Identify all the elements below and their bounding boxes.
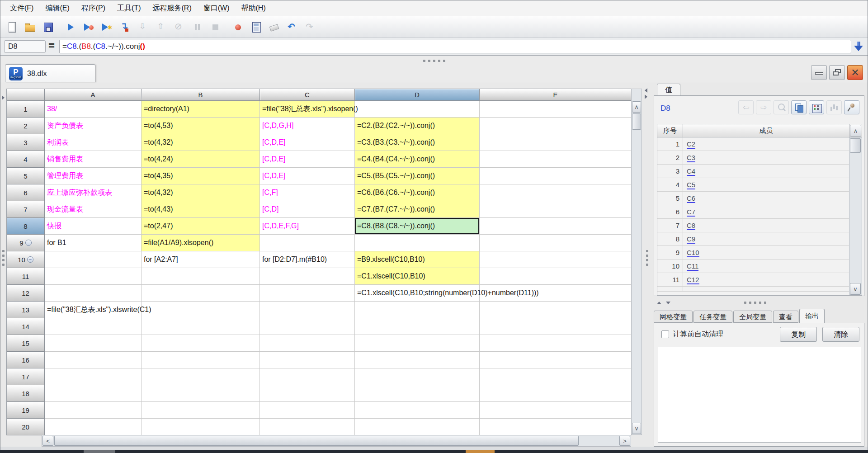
row-header-12[interactable]: 12 [7,285,45,302]
cell-D8[interactable]: =C8.(B8.(C8.~/~)).conj() [355,218,480,235]
cell-B6[interactable]: =to(4,32) [142,184,260,201]
formula-input[interactable]: =C8.(B8.(C8.~/~)).conj() [59,40,851,53]
cell-D4[interactable]: =C4.(B4.(C4.~/~)).conj() [355,151,480,168]
cell-A17[interactable] [45,368,142,385]
row-header-3[interactable]: 3 [7,134,45,151]
cell-D15[interactable] [355,335,480,352]
tab-value[interactable]: 值 [657,84,680,96]
cell-D11[interactable]: =C1.xlscell(C10,B10) [355,268,480,285]
copy2-button[interactable] [791,100,807,114]
tab-任务变量[interactable]: 任务变量 [693,311,732,323]
cell-E17[interactable] [480,368,632,385]
cell-E14[interactable] [480,318,632,335]
cell-E2[interactable] [480,118,632,134]
member-link[interactable]: C4 [687,167,695,176]
cell-A19[interactable] [45,402,142,419]
menu-item-6[interactable]: 窗口(W) [198,2,236,15]
cell-A7[interactable]: 现金流量表 [45,201,142,218]
member-link[interactable]: C6 [687,194,695,203]
cell-B4[interactable]: =to(4,24) [142,151,260,168]
column-header-C[interactable]: C [260,89,355,101]
row-header-13[interactable]: 13 [7,302,45,318]
cell-D18[interactable] [355,385,480,402]
cell-C20[interactable] [260,419,355,435]
member-link[interactable]: C7 [687,208,695,217]
options-list-button[interactable] [809,100,824,114]
cell-B1[interactable]: =directory(A1) [142,101,260,118]
cell-E4[interactable] [480,151,632,168]
cell-B15[interactable] [142,335,260,352]
cell-E16[interactable] [480,352,632,368]
menu-item-4[interactable]: 工具(T) [111,2,146,15]
member-link[interactable]: C11 [687,262,698,271]
cell-C16[interactable] [260,352,355,368]
cell-C5[interactable]: [C,D,E] [260,168,355,184]
cell-C19[interactable] [260,402,355,419]
cell-C2[interactable]: [C,D,G,H] [260,118,355,134]
cell-reference-box[interactable]: D8 [4,40,46,53]
cell-B12[interactable] [142,285,260,302]
cell-C6[interactable]: [C,F] [260,184,355,201]
cell-A10[interactable] [45,251,142,268]
scroll-right-button[interactable]: > [619,436,630,446]
cell-B13[interactable] [142,302,260,318]
row-header-20[interactable]: 20 [7,419,45,435]
horizontal-splitter-handle[interactable] [0,58,868,63]
cell-B11[interactable] [142,268,260,285]
panel-splitter[interactable] [642,83,654,447]
cell-B19[interactable] [142,402,260,419]
panel-collapse-up-button[interactable] [656,301,662,306]
member-link[interactable]: C9 [687,235,695,244]
row-header-4[interactable]: 4 [7,151,45,168]
document-tab[interactable]: P RAQSOFT 38.dfx [5,64,95,82]
member-link[interactable]: C3 [687,154,695,162]
scroll-down-button[interactable]: ∨ [632,423,641,434]
cell-B2[interactable]: =to(4,53) [142,118,260,134]
debug-run-button[interactable] [81,19,96,35]
member-scroll-up-button[interactable]: ∧ [850,125,861,137]
cell-E6[interactable] [480,184,632,201]
cell-C11[interactable] [260,268,355,285]
member-link[interactable]: C12 [687,276,699,284]
grid-vertical-scrollbar[interactable]: ∧ ∨ [631,89,642,435]
cell-A8[interactable]: 快报 [45,218,142,235]
tab-网格变量[interactable]: 网格变量 [654,311,693,323]
menu-item-3[interactable]: 程序(P) [75,2,111,15]
member-link[interactable]: C10 [687,249,699,257]
step-return-button[interactable] [117,19,132,35]
scroll-up-button[interactable]: ∧ [632,101,641,113]
cell-B16[interactable] [142,352,260,368]
cell-B18[interactable] [142,385,260,402]
output-content-area[interactable] [658,347,861,443]
cell-D9[interactable] [355,235,480,251]
row-header-2[interactable]: 2 [7,118,45,134]
member-scroll-thumb[interactable] [850,138,861,153]
formula-expand-button[interactable] [853,41,864,52]
cell-A12[interactable] [45,285,142,302]
run-button[interactable] [63,19,78,35]
cell-B3[interactable]: =to(4,32) [142,134,260,151]
cell-D13[interactable] [355,302,480,318]
cell-A14[interactable] [45,318,142,335]
cell-E8[interactable] [480,218,632,235]
grid-horizontal-scrollbar[interactable]: < > [42,435,631,447]
scroll-left-button[interactable]: < [42,436,53,446]
copy-button[interactable]: 复制 [780,327,817,342]
cell-A9[interactable]: for B1 [45,235,142,251]
left-splitter[interactable] [0,83,6,447]
cell-A20[interactable] [45,419,142,435]
row-header-14[interactable]: 14 [7,318,45,335]
breakpoint-button[interactable] [230,19,245,35]
row-header-19[interactable]: 19 [7,402,45,419]
column-header-B[interactable]: B [142,89,260,101]
menu-item-7[interactable]: 帮助(H) [236,2,272,15]
save-button[interactable] [40,19,56,35]
clear-button[interactable]: 清除 [822,327,859,342]
cell-D6[interactable]: =C6.(B6.(C6.~/~)).conj() [355,184,480,201]
cell-B20[interactable] [142,419,260,435]
cell-C9[interactable] [260,235,355,251]
row-header-17[interactable]: 17 [7,368,45,385]
restore-button[interactable] [829,65,845,80]
cell-C3[interactable]: [C,D,E] [260,134,355,151]
cell-C1[interactable]: =file("38汇总表.xls").xlsopen() [260,101,355,118]
